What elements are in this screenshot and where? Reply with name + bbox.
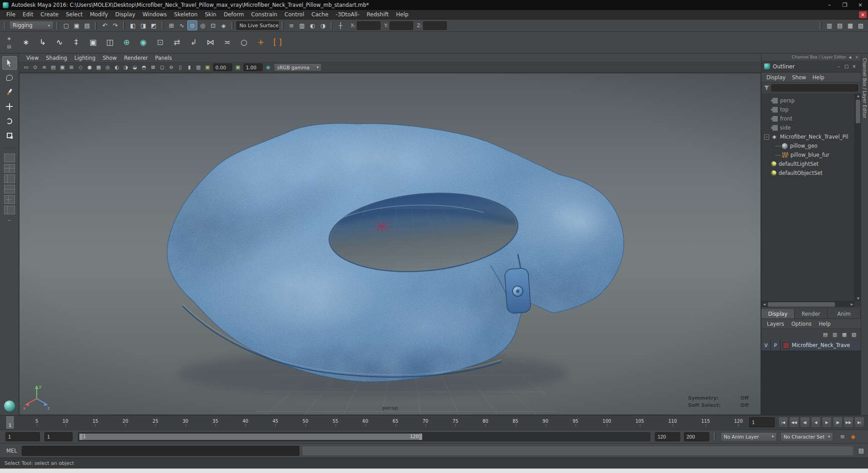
resolution-gate-icon[interactable]: ▮ <box>185 63 194 72</box>
bookmarks-icon[interactable]: ▤ <box>49 63 58 72</box>
menu-item[interactable]: -3DtoAll- <box>332 11 363 18</box>
animation-preferences-icon[interactable]: ≡ <box>838 432 848 442</box>
menu-item[interactable]: Select <box>62 11 86 18</box>
motion-blur-icon[interactable]: ◓ <box>140 63 148 72</box>
step-back-key-button[interactable]: ◀| <box>800 417 810 428</box>
curve-warp-icon[interactable]: ↲ <box>186 35 201 50</box>
constraint-icon[interactable]: ‡ <box>68 35 84 50</box>
use-default-material-icon[interactable]: ◎ <box>103 63 112 72</box>
camera-attributes-icon[interactable]: ≡ <box>40 63 49 72</box>
select-hierarchy-icon[interactable]: ◧ <box>128 20 138 30</box>
playback-start-field[interactable] <box>44 432 73 441</box>
timeline-tick-label[interactable]: 35 <box>213 419 219 426</box>
scroll-right-icon[interactable]: ▶ <box>849 302 855 307</box>
coordinate-input[interactable] <box>357 21 380 30</box>
menu-item[interactable]: Deform <box>220 11 248 18</box>
timeline-tick-label[interactable]: 5 <box>35 419 38 426</box>
move-tool[interactable] <box>2 100 17 113</box>
menu-item[interactable]: Show <box>99 55 121 61</box>
menu-item[interactable]: Modify <box>86 11 112 18</box>
playback-end-field[interactable] <box>655 432 680 441</box>
skin-weights-icon[interactable]: ○ <box>236 35 252 50</box>
outliner-item[interactable]: − Microfiber_Neck_Travel_Pil <box>764 132 854 141</box>
xray-icon[interactable]: ◻ <box>158 63 166 72</box>
command-language-label[interactable]: MEL <box>6 448 17 454</box>
menu-item[interactable]: Show <box>789 74 809 81</box>
menu-item[interactable]: Lighting <box>71 55 99 61</box>
ik-handle-icon[interactable]: ↳ <box>35 35 50 50</box>
menu-item[interactable]: Help <box>392 11 412 18</box>
timeline-tick-label[interactable]: 105 <box>635 419 644 426</box>
layout-single-pane[interactable] <box>4 154 15 162</box>
shelf-options-icon[interactable]: ◈ <box>5 35 13 42</box>
layout-two-pane-side[interactable] <box>4 174 15 183</box>
save-scene-icon[interactable]: ▤ <box>82 20 92 30</box>
isolate-select-icon[interactable]: ⊖ <box>167 63 176 72</box>
collapse-layouts-button[interactable]: – <box>8 217 11 223</box>
current-frame-marker[interactable]: 1 <box>6 416 14 429</box>
layout-two-pane-stacked[interactable] <box>4 185 15 193</box>
command-result-field[interactable] <box>302 446 853 456</box>
outliner-title-bar[interactable]: Outliner – □ × <box>761 61 861 72</box>
scrollbar-thumb[interactable] <box>768 302 835 307</box>
toolbar-grip[interactable] <box>819 22 822 29</box>
menu-item[interactable]: File <box>3 11 19 18</box>
live-surface-field[interactable]: No Live Surface <box>236 21 279 30</box>
color-management-icon[interactable]: ◉ <box>264 63 273 72</box>
menu-item[interactable]: Create <box>37 11 62 18</box>
new-layer-from-selected-icon[interactable]: ▦ <box>840 330 848 338</box>
menu-item[interactable]: View <box>23 55 42 61</box>
coordinate-input[interactable] <box>390 21 413 30</box>
close-icon[interactable]: × <box>854 55 859 59</box>
timeline-tick-label[interactable]: 85 <box>512 419 518 426</box>
timeline-tick-label[interactable]: 30 <box>182 419 188 426</box>
shelf-tabs-icon[interactable]: ▤ <box>5 43 13 50</box>
timeline-tick-label[interactable]: 20 <box>122 419 128 426</box>
timeline-tick-label[interactable]: 10 <box>63 419 68 426</box>
timeline-tick-label[interactable]: 15 <box>93 419 98 426</box>
render-settings-icon[interactable]: ◑ <box>318 20 328 30</box>
toggle-tool-settings-icon[interactable]: ▦ <box>845 20 855 30</box>
layer-editor-tab[interactable]: Display <box>761 309 795 319</box>
animation-start-field[interactable] <box>5 432 40 441</box>
filter-icon[interactable] <box>764 86 769 90</box>
menu-set-dropdown[interactable]: Rigging▾ <box>9 21 54 30</box>
menu-item[interactable]: Help <box>815 321 834 327</box>
minimize-button[interactable]: – <box>835 63 843 70</box>
scroll-down-icon[interactable]: ▼ <box>855 296 861 301</box>
toggle-attribute-editor-icon[interactable]: ▤ <box>835 20 845 30</box>
timeline-tick-label[interactable]: 100 <box>603 419 611 426</box>
select-tool[interactable] <box>2 56 17 70</box>
layout-outliner-persp[interactable] <box>4 206 15 214</box>
anti-aliasing-icon[interactable]: ⊠ <box>149 63 157 72</box>
outliner-item[interactable]: persp <box>764 96 854 105</box>
toolbar-grip[interactable] <box>123 22 125 29</box>
gamma-field[interactable]: 1.00 <box>244 63 263 71</box>
layer-editor-tab[interactable]: Render <box>795 309 828 319</box>
pose-editor-icon[interactable]: ≍ <box>219 35 235 50</box>
snap-to-view-plane-icon[interactable]: ⊡ <box>208 20 218 30</box>
toolbar-grip[interactable] <box>4 22 6 29</box>
play-forwards-button[interactable]: ▶ <box>822 417 832 428</box>
snap-to-grid-icon[interactable]: ⊞ <box>166 20 176 30</box>
make-live-icon[interactable]: ◈ <box>219 20 229 30</box>
timeline-tick-label[interactable]: 95 <box>572 419 578 426</box>
vertical-scrollbar[interactable]: ▲ ▼ <box>855 93 861 301</box>
toolbar-grip[interactable] <box>231 22 234 29</box>
snap-to-point-icon[interactable]: ⊙ <box>187 20 197 30</box>
ik-spline-handle-icon[interactable]: ∿ <box>52 35 67 50</box>
lighting-icon[interactable]: ◐ <box>112 63 121 72</box>
undo-icon[interactable]: ↶ <box>100 20 110 30</box>
shadows-icon[interactable]: ◑ <box>122 63 130 72</box>
layer-color-swatch[interactable] <box>783 342 790 349</box>
paint-select-tool[interactable] <box>2 85 17 99</box>
outliner-item[interactable]: side <box>764 123 854 132</box>
timeline-tick-label[interactable]: 70 <box>423 419 429 426</box>
close-button[interactable]: × <box>853 0 868 10</box>
layout-three-pane[interactable] <box>4 195 15 204</box>
hik-skeleton-icon[interactable]: ◉ <box>136 35 151 50</box>
play-backwards-button[interactable]: ◀ <box>811 417 821 428</box>
select-component-icon[interactable]: ◩ <box>149 20 159 30</box>
outliner-item[interactable]: front <box>764 114 854 123</box>
gamma-icon[interactable]: ▣ <box>234 63 242 72</box>
